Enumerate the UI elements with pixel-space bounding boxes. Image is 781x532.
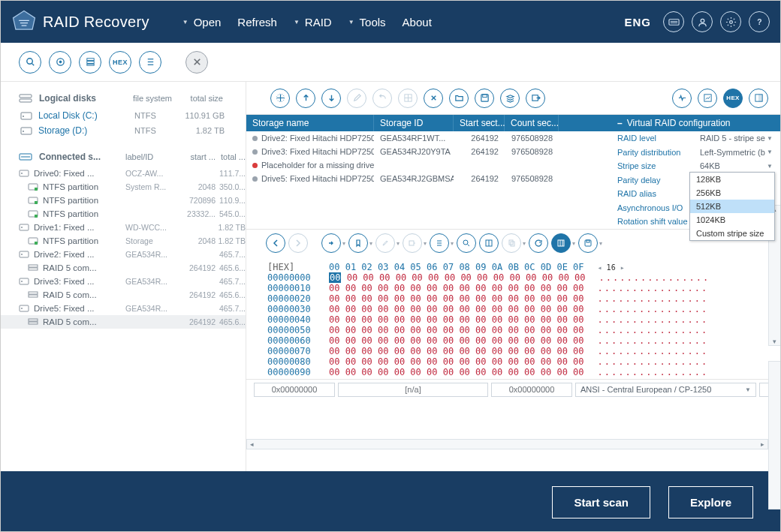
user-button[interactable] bbox=[692, 11, 713, 32]
logical-disk-row[interactable]: Local Disk (C:) NTFS110.91 GB bbox=[1, 108, 246, 123]
chevron-down-icon[interactable]: ▾ bbox=[451, 240, 454, 247]
chart-button[interactable] bbox=[698, 89, 717, 108]
chevron-down-icon[interactable]: ▾ bbox=[369, 240, 372, 247]
dropdown-icon: ▼ bbox=[348, 19, 354, 26]
hex-row[interactable]: 0000001000 00 00 00 00 00 00 00 00 00 00… bbox=[267, 283, 773, 293]
connected-storages-header: Connected s... label/ID start ... total … bbox=[1, 138, 246, 167]
storage-row[interactable]: Drive5: Fixed ... GEA534R...465.7... bbox=[1, 302, 246, 315]
hex-scrollbar[interactable] bbox=[768, 361, 781, 509]
menu-tools[interactable]: ▼Tools bbox=[348, 16, 386, 29]
chevron-down-icon[interactable]: ▾ bbox=[572, 240, 575, 247]
hex-edit-button[interactable] bbox=[375, 233, 395, 253]
settings-button[interactable] bbox=[720, 11, 741, 32]
edit-button[interactable] bbox=[347, 89, 366, 108]
hex-row[interactable]: 0000006000 00 00 00 00 00 00 00 00 00 00… bbox=[267, 335, 773, 346]
storage-row[interactable]: Drive3: Fixed ... GEA534R...465.7... bbox=[1, 275, 246, 288]
grid-button[interactable] bbox=[398, 89, 418, 108]
hex-row[interactable]: 0000007000 00 00 00 00 00 00 00 00 00 00… bbox=[267, 346, 773, 356]
storage-row[interactable]: NTFS partition 23332...545.0... bbox=[1, 207, 246, 221]
hex-search-button[interactable] bbox=[457, 233, 476, 253]
hex-columns-button[interactable] bbox=[551, 233, 571, 253]
chevron-down-icon[interactable]: ▾ bbox=[342, 240, 345, 247]
target-button[interactable] bbox=[49, 51, 71, 74]
menu-refresh[interactable]: Refresh bbox=[237, 16, 277, 29]
hex-row[interactable]: 0000002000 00 00 00 00 00 00 00 00 00 00… bbox=[267, 293, 773, 304]
hex-row[interactable]: 0000004000 00 00 00 00 00 00 00 00 00 00… bbox=[267, 314, 773, 325]
hex-row[interactable]: 0000005000 00 00 00 00 00 00 00 00 00 00… bbox=[267, 325, 773, 335]
hex-row[interactable]: 0000008000 00 00 00 00 00 00 00 00 00 00… bbox=[267, 356, 773, 367]
layers-button[interactable] bbox=[500, 89, 520, 108]
start-scan-button[interactable]: Start scan bbox=[552, 486, 650, 518]
storage-row[interactable]: RAID 5 com... 264192465.6... bbox=[1, 288, 246, 302]
grid-row[interactable]: Drive3: Fixed Hitachi HDP7250... GEA534R… bbox=[246, 145, 611, 158]
dropdown-option[interactable]: 512KB bbox=[690, 200, 774, 213]
collapse-icon[interactable]: – bbox=[617, 118, 623, 128]
hex-layout-button[interactable] bbox=[479, 233, 499, 253]
hex-view-button[interactable]: HEX bbox=[109, 51, 131, 74]
dropdown-option[interactable]: Custom stripe size bbox=[690, 227, 774, 240]
search-button[interactable] bbox=[19, 51, 41, 74]
remove-button[interactable] bbox=[424, 89, 443, 108]
export-button[interactable] bbox=[526, 89, 545, 108]
menu-open[interactable]: ▼Open bbox=[182, 16, 222, 29]
move-down-button[interactable] bbox=[321, 89, 341, 108]
menu-about[interactable]: About bbox=[403, 16, 432, 29]
dropdown-option[interactable]: 128KB bbox=[690, 173, 774, 186]
save-config-button[interactable] bbox=[475, 89, 494, 108]
dropdown-option[interactable]: 1024KB bbox=[690, 213, 774, 227]
nav-back-button[interactable] bbox=[266, 233, 285, 253]
logical-disk-row[interactable]: Storage (D:) NTFS1.82 TB bbox=[1, 123, 246, 138]
offset-input-1[interactable] bbox=[254, 383, 335, 397]
storage-row[interactable]: NTFS partition Storage20481.82 TB bbox=[1, 234, 246, 248]
chevron-down-icon[interactable]: ▾ bbox=[397, 240, 400, 247]
grid-row[interactable]: Drive5: Fixed Hitachi HDP7250... GEA534R… bbox=[246, 172, 611, 185]
dock-button[interactable] bbox=[749, 89, 768, 108]
horizontal-scrollbar[interactable]: ◂▸ bbox=[246, 439, 768, 449]
storage-row[interactable]: NTFS partition System R...2048350.0... bbox=[1, 180, 246, 194]
storage-row[interactable]: Drive2: Fixed ... GEA534R...465.7... bbox=[1, 248, 246, 261]
hex-row[interactable]: 0000003000 00 00 00 00 00 00 00 00 00 00… bbox=[267, 304, 773, 314]
explore-button[interactable]: Explore bbox=[668, 486, 753, 518]
activity-button[interactable] bbox=[672, 89, 692, 108]
offset-input-2[interactable] bbox=[491, 383, 572, 397]
config-row[interactable]: Parity distributionLeft-Symmetric (b▼ bbox=[611, 146, 780, 160]
hex-tag-button[interactable] bbox=[403, 233, 422, 253]
na-input[interactable] bbox=[338, 383, 488, 397]
svg-rect-45 bbox=[29, 292, 38, 294]
move-up-button[interactable] bbox=[296, 89, 315, 108]
language-selector[interactable]: ENG bbox=[624, 16, 651, 29]
config-row[interactable]: Stripe size64KB▼ bbox=[611, 159, 780, 173]
list-button[interactable] bbox=[139, 51, 161, 74]
keyboard-button[interactable] bbox=[663, 11, 684, 32]
menu-raid[interactable]: ▼RAID bbox=[294, 16, 332, 29]
grid-row[interactable]: Drive2: Fixed Hitachi HDP7250... GEA534R… bbox=[246, 131, 611, 145]
chevron-down-icon[interactable]: ▾ bbox=[599, 240, 602, 247]
config-row[interactable]: RAID levelRAID 5 - stripe se▼ bbox=[611, 131, 780, 146]
dropdown-option[interactable]: 256KB bbox=[690, 186, 774, 200]
storage-row[interactable]: Drive1: Fixed ... WD-WCC...1.82 TB bbox=[1, 221, 246, 234]
hex-save-button[interactable] bbox=[578, 233, 598, 253]
chevron-down-icon[interactable]: ▾ bbox=[523, 240, 526, 247]
help-button[interactable]: ? bbox=[749, 11, 770, 32]
storage-row[interactable]: RAID 5 com... 264192465.6... bbox=[1, 315, 246, 329]
storage-row[interactable]: RAID 5 com... 264192465.6... bbox=[1, 261, 246, 275]
storage-row[interactable]: NTFS partition 720896110.9... bbox=[1, 194, 246, 207]
hex-toggle-button[interactable]: HEX bbox=[723, 89, 743, 108]
encoding-select[interactable]: ANSI - Central European / CP-1250▼ bbox=[575, 383, 756, 397]
chevron-down-icon[interactable]: ▾ bbox=[424, 240, 427, 247]
raid-button[interactable] bbox=[79, 51, 101, 74]
hex-list-button[interactable] bbox=[430, 233, 449, 253]
bookmark-button[interactable] bbox=[348, 233, 368, 253]
hex-row[interactable]: 0000000000 00 00 00 00 00 00 00 00 00 00… bbox=[267, 272, 773, 283]
storage-row[interactable]: Drive0: Fixed ... OCZ-AW...111.7... bbox=[1, 167, 246, 180]
nav-forward-button[interactable] bbox=[288, 233, 308, 253]
hex-row[interactable]: 0000009000 00 00 00 00 00 00 00 00 00 00… bbox=[267, 367, 773, 377]
goto-button[interactable] bbox=[321, 233, 341, 253]
hex-copy-button[interactable] bbox=[502, 233, 521, 253]
undo-button[interactable] bbox=[372, 89, 392, 108]
grid-row[interactable]: Placeholder for a missing drive bbox=[246, 158, 611, 172]
expand-button[interactable] bbox=[270, 89, 290, 108]
open-folder-button[interactable] bbox=[449, 89, 469, 108]
close-button[interactable] bbox=[185, 51, 208, 74]
hex-refresh-button[interactable] bbox=[529, 233, 548, 253]
